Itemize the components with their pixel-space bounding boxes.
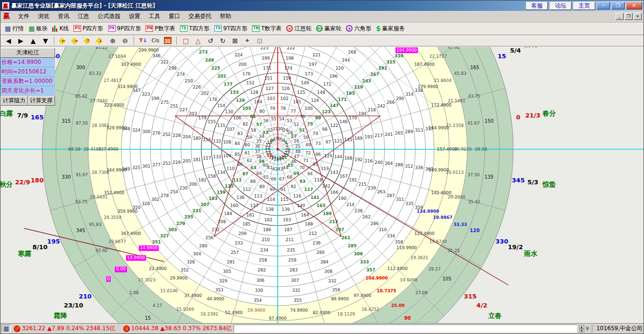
spiral-number: 131 xyxy=(217,123,225,128)
calc-resistance-button[interactable]: 计算阻力 xyxy=(0,96,28,106)
mdi-restore-button[interactable]: ❐ xyxy=(625,13,633,20)
winner-wheel-button[interactable]: Big赢家轮 xyxy=(316,25,341,33)
ring-value: 19.9867 xyxy=(433,215,453,220)
restore-button[interactable]: ❐ xyxy=(611,2,625,9)
page-right-button[interactable]: ▶ xyxy=(15,36,27,45)
spiral-number: 115 xyxy=(280,197,288,202)
time-axis-button[interactable]: T↓ xyxy=(137,36,149,45)
square-overlay-button[interactable]: □ xyxy=(180,36,191,45)
hexagon-button[interactable]: ◉六角形 xyxy=(346,25,371,33)
ring-value: 87.50 xyxy=(76,121,88,126)
menu-item-0[interactable]: 文件 xyxy=(14,11,34,21)
quotes-button[interactable]: ▦行情 xyxy=(5,25,24,33)
menu-item-7[interactable]: 窗口 xyxy=(164,11,184,21)
ring-value: 322.4900 xyxy=(104,103,124,108)
spiral-number: 195 xyxy=(346,91,355,96)
menu-item-8[interactable]: 交易委托 xyxy=(184,11,216,21)
calc-support-button[interactable]: 计算支撑 xyxy=(28,96,55,106)
spiral-number: 41 xyxy=(267,165,272,170)
cls-button[interactable]: Cls xyxy=(150,36,161,45)
spiral-number: 55 xyxy=(271,117,276,121)
shanghai-index-text: 3261.22 ▲7.89 0.24% 2348.15亿 xyxy=(22,325,115,333)
spiral-number: 221 xyxy=(313,53,321,57)
diamond-left-button[interactable]: ◆← xyxy=(58,36,69,45)
step-down-button[interactable]: ▼ xyxy=(40,36,51,45)
close-button[interactable]: ✕ xyxy=(626,2,642,9)
ring-value: 0.00 xyxy=(116,267,126,271)
menu-item-3[interactable]: 江恩 xyxy=(73,11,93,21)
menu-item-6[interactable]: 工具 xyxy=(145,11,164,21)
spiral-number: 309 xyxy=(354,252,363,256)
spiral-number: 300 xyxy=(142,129,150,134)
spiral-number: 63 xyxy=(251,165,257,170)
spiral-number: 147 xyxy=(330,103,339,108)
spiral-number: 216 xyxy=(364,159,372,163)
triangle-overlay-button[interactable]: △ xyxy=(192,36,204,45)
mdi-minimize-button[interactable]: _ xyxy=(616,13,624,20)
spiral-number: 160 xyxy=(230,203,238,208)
ring-value: 19.3621 xyxy=(410,255,428,260)
gann-wheel-button[interactable]: ◉江恩轮 xyxy=(286,25,311,33)
menu-item-5[interactable]: 设置 xyxy=(125,11,145,21)
mdi-close-button[interactable]: × xyxy=(634,13,642,20)
quote-grid-icon[interactable]: ▦ xyxy=(1,325,11,333)
spiral-number: 155 xyxy=(208,119,216,124)
ring-value: 97.92 xyxy=(96,248,108,253)
spiral-number: 157 xyxy=(203,156,211,161)
t-table-button[interactable]: TNT数字表 xyxy=(252,25,281,33)
menu-item-4[interactable]: 公式选股 xyxy=(93,11,125,21)
ring-value: 120 xyxy=(470,228,480,233)
spiral-number: 353 xyxy=(215,288,223,292)
kline-button[interactable]: K线 xyxy=(52,25,69,33)
spiral-number: 211 xyxy=(286,237,294,242)
customer-service-button[interactable]: 客服 xyxy=(526,2,548,10)
sectors-icon: ▩ xyxy=(28,25,35,32)
t-table-icon: TN xyxy=(252,25,260,32)
t-square-button[interactable]: TST四方形 xyxy=(180,25,209,33)
ring-value: 59.9900 xyxy=(248,308,265,313)
broker-info: 101659,中金公司 xyxy=(592,325,643,333)
command-input[interactable] xyxy=(234,325,577,333)
spiral-number: 105 xyxy=(242,106,251,111)
sectors-button[interactable]: ▩板块 xyxy=(28,25,47,33)
page-left-button[interactable]: ◀ xyxy=(3,36,14,45)
menu-item-1[interactable]: 浏览 xyxy=(34,11,54,21)
box-cross-button[interactable]: ⊠ xyxy=(229,36,241,45)
ring-value: 35.42 xyxy=(468,199,480,204)
winner-service-button[interactable]: $赢家服务 xyxy=(376,25,405,33)
diamond-right-button[interactable]: ◆→ xyxy=(70,36,82,45)
center-target-button[interactable]: ⌖ xyxy=(242,36,253,45)
spiral-number: 355 xyxy=(294,298,302,303)
solar-term-label: 寒露 xyxy=(18,250,32,257)
spiral-number: 51 xyxy=(299,128,305,133)
shenzhen-index-text: 10444.38 ▲38.63 0.37% 2673.84亿 xyxy=(131,325,232,333)
presentation-button[interactable]: ⊡ xyxy=(254,36,265,45)
spiral-number: 143 xyxy=(330,170,338,175)
minimize-button[interactable]: ─ xyxy=(597,2,610,9)
forum-button[interactable]: 论坛 xyxy=(550,2,571,10)
rotate-ccw-button[interactable]: ↺ xyxy=(205,36,216,45)
solar-term-label: 白露 xyxy=(0,109,13,117)
diamond-up-button[interactable]: ◆↑ xyxy=(82,36,94,45)
calendar-button[interactable]: 21 xyxy=(162,36,173,45)
spiral-number: 290 xyxy=(396,96,404,101)
p-table-button[interactable]: PNP数字表 xyxy=(145,25,175,33)
gann-wheel-chart[interactable]: 1234567891011121314151617181920212223242… xyxy=(0,47,644,323)
rotate-cw-button[interactable]: ↻ xyxy=(217,36,228,45)
zoom-out-button[interactable]: ⊖ xyxy=(119,36,131,45)
spiral-number: 180 xyxy=(193,136,201,141)
p-square-button[interactable]: PSP四方形 xyxy=(73,25,103,33)
spiral-number: 103 xyxy=(267,96,275,101)
spiral-number: 284 xyxy=(320,260,328,264)
9p-square-button[interactable]: P99P四方形 xyxy=(108,25,141,33)
step-up-button[interactable]: ▲ xyxy=(27,36,39,45)
zoom-in-button[interactable]: ⊕ xyxy=(107,36,118,45)
spinner-control[interactable]: ▲▼ xyxy=(579,325,584,333)
menu-item-2[interactable]: 资讯 xyxy=(54,11,73,21)
diamond-down-button[interactable]: ◆↓ xyxy=(95,36,106,45)
hexagon-label: 六角形 xyxy=(354,25,371,33)
menu-item-9[interactable]: 帮助 xyxy=(216,11,236,21)
spiral-number: 38 xyxy=(256,154,262,159)
homepage-button[interactable]: 主页 xyxy=(573,2,595,10)
9t-square-button[interactable]: T99T四方形 xyxy=(214,25,247,33)
